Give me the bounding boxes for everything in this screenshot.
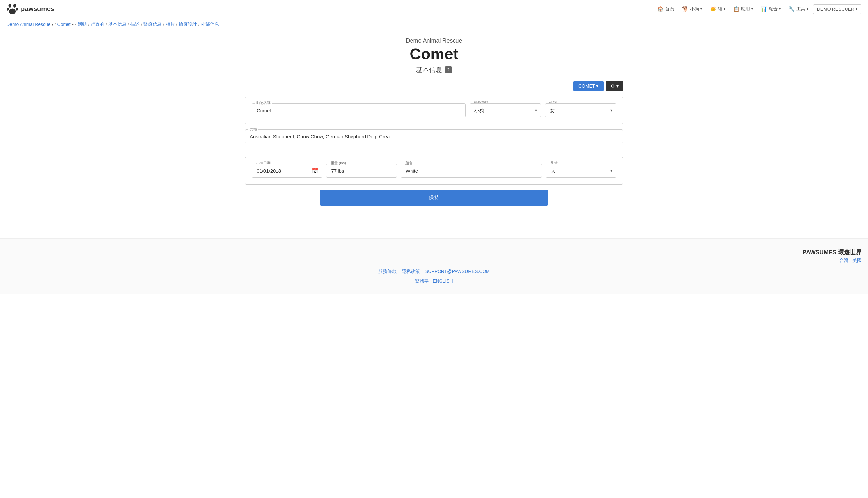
dob-wrapper: 📅 — [252, 164, 322, 178]
nav-home[interactable]: 🏠 首頁 — [654, 4, 678, 14]
breadcrumb-medical[interactable]: 醫療信息 — [144, 22, 162, 27]
footer-privacy[interactable]: 隱私政策 — [402, 269, 420, 275]
breadcrumb-kennel[interactable]: 輪廓設計 — [179, 22, 197, 27]
paw-icon — [6, 3, 18, 15]
footer-language: 繁體字 ENGLISH — [6, 278, 862, 284]
breadcrumb-sep-4: / — [128, 22, 129, 27]
footer-region-taiwan[interactable]: 台灣 — [839, 258, 849, 263]
apps-icon: 📋 — [733, 6, 739, 12]
breadcrumb-dash: - — [75, 22, 77, 27]
footer-regions: 台灣 美國 — [6, 258, 862, 263]
animal-type-select[interactable]: 小狗 貓 — [469, 103, 541, 117]
breadcrumb-basic[interactable]: 基本信息 — [108, 22, 126, 27]
footer-brand: PAWSUMES 環遊世界 — [6, 249, 862, 256]
size-group: 尺寸 大 中 小 ▾ — [546, 164, 616, 178]
section-title: 基本信息 ? — [245, 66, 623, 74]
footer-links: 服務條款 隱私政策 SUPPORT@PAWSUMES.COM — [6, 269, 862, 275]
brand-name: pawsumes — [21, 5, 54, 13]
breed-label: 品種 — [249, 127, 258, 132]
svg-point-4 — [9, 9, 16, 14]
footer-support[interactable]: SUPPORT@PAWSUMES.COM — [425, 269, 490, 275]
org-dropdown-arrow: ▾ — [52, 23, 53, 26]
gender-group: 性別 女 男 ▾ — [545, 103, 616, 117]
action-bar: COMET ▾ ⚙ ▾ — [245, 81, 623, 91]
cats-dropdown-arrow: ▾ — [723, 7, 725, 11]
breadcrumb-activity[interactable]: 活動 — [78, 22, 87, 27]
breadcrumb-org[interactable]: Demo Animal Rescue ▾ — [6, 22, 53, 27]
breadcrumb-desc[interactable]: 描述 — [131, 22, 139, 27]
gear-button[interactable]: ⚙ ▾ — [606, 81, 623, 91]
nav-cats[interactable]: 🐱 貓 ▾ — [707, 4, 729, 14]
details-form: 出生日期 📅 重量 (lbs) 顏色 尺寸 大 — [245, 157, 623, 185]
breadcrumb-comet[interactable]: Comet ▾ — [57, 22, 74, 27]
color-input[interactable] — [401, 164, 542, 178]
svg-point-0 — [9, 3, 11, 8]
breadcrumb-photos[interactable]: 相片 — [166, 22, 175, 27]
org-name: Demo Animal Rescue — [245, 38, 623, 44]
breadcrumb-sep-8: / — [198, 22, 200, 27]
comet-button[interactable]: COMET ▾ — [573, 81, 603, 91]
apps-dropdown-arrow: ▾ — [751, 7, 753, 11]
footer-top: PAWSUMES 環遊世界 台灣 美國 — [6, 249, 862, 263]
breadcrumb-sep-1: / — [55, 22, 56, 27]
breadcrumb-sep-5: / — [141, 22, 142, 27]
footer-region-usa[interactable]: 美國 — [852, 258, 862, 263]
svg-point-3 — [16, 7, 18, 11]
breed-section: 品種 Australian Shepherd, Chow Chow, Germa… — [245, 130, 623, 144]
dob-group: 出生日期 📅 — [252, 164, 322, 178]
basic-info-form: 動物名稱 動物種類 小狗 貓 ▾ 性別 女 — [245, 96, 623, 124]
animal-type-group: 動物種類 小狗 貓 ▾ — [469, 103, 541, 117]
breadcrumb-admin[interactable]: 行政的 — [91, 22, 104, 27]
footer: PAWSUMES 環遊世界 台灣 美國 服務條款 隱私政策 SUPPORT@PA… — [0, 238, 868, 294]
gender-select-wrapper: 女 男 ▾ — [545, 103, 616, 117]
name-type-gender-row: 動物名稱 動物種類 小狗 貓 ▾ 性別 女 — [252, 103, 616, 117]
weight-group: 重量 (lbs) — [326, 164, 397, 178]
nav-dogs[interactable]: 🐕 小狗 ▾ — [679, 4, 705, 14]
breadcrumb-sep-7: / — [176, 22, 177, 27]
cat-icon: 🐱 — [710, 6, 716, 12]
size-select-wrapper: 大 中 小 ▾ — [546, 164, 616, 178]
main-content: Demo Animal Rescue Comet 基本信息 ? COMET ▾ … — [238, 31, 630, 219]
page-header: Demo Animal Rescue Comet 基本信息 ? — [245, 38, 623, 74]
save-button[interactable]: 保持 — [320, 190, 548, 206]
comet-dropdown-arrow: ▾ — [72, 23, 74, 26]
color-group: 顏色 — [401, 164, 542, 178]
tools-icon: 🔧 — [788, 6, 795, 12]
breadcrumb-sep-3: / — [106, 22, 107, 27]
footer-lang-english[interactable]: ENGLISH — [433, 278, 453, 284]
size-select[interactable]: 大 中 小 — [546, 164, 616, 178]
user-dropdown-arrow: ▾ — [856, 7, 857, 11]
animal-name-group: 動物名稱 — [252, 103, 466, 117]
form-divider — [245, 150, 623, 150]
footer-lang-chinese[interactable]: 繁體字 — [415, 278, 429, 284]
navbar: pawsumes 🏠 首頁 🐕 小狗 ▾ 🐱 貓 ▾ 📋 應用 ▾ 📊 報告 ▾… — [0, 0, 868, 18]
footer-terms[interactable]: 服務條款 — [378, 269, 397, 275]
dogs-dropdown-arrow: ▾ — [700, 7, 702, 11]
animal-type-select-wrapper: 小狗 貓 ▾ — [469, 103, 541, 117]
breadcrumb: Demo Animal Rescue ▾ / Comet ▾ - 活動 / 行政… — [0, 18, 868, 31]
breadcrumb-external[interactable]: 外部信息 — [201, 22, 219, 27]
nav-tools[interactable]: 🔧 工具 ▾ — [785, 4, 812, 14]
breed-value[interactable]: Australian Shepherd, Chow Chow, German S… — [250, 134, 618, 139]
nav-menu: 🏠 首頁 🐕 小狗 ▾ 🐱 貓 ▾ 📋 應用 ▾ 📊 報告 ▾ 🔧 工具 ▾ — [654, 4, 862, 14]
breadcrumb-sep-2: / — [88, 22, 89, 27]
nav-apps[interactable]: 📋 應用 ▾ — [730, 4, 756, 14]
details-row: 出生日期 📅 重量 (lbs) 顏色 尺寸 大 — [252, 164, 616, 178]
animal-name: Comet — [245, 45, 623, 63]
reports-icon: 📊 — [761, 6, 767, 12]
dog-icon: 🐕 — [682, 6, 689, 12]
reports-dropdown-arrow: ▾ — [779, 7, 780, 11]
help-icon[interactable]: ? — [445, 66, 452, 74]
animal-name-input[interactable] — [252, 103, 466, 117]
nav-reports[interactable]: 📊 報告 ▾ — [758, 4, 784, 14]
animal-name-label: 動物名稱 — [255, 101, 272, 105]
breadcrumb-sep-6: / — [163, 22, 164, 27]
weight-input[interactable] — [326, 164, 397, 178]
dob-input[interactable] — [252, 164, 322, 178]
user-menu[interactable]: DEMO RESCUER ▾ — [813, 4, 862, 14]
gender-select[interactable]: 女 男 — [545, 103, 616, 117]
color-label: 顏色 — [404, 161, 414, 166]
brand-logo[interactable]: pawsumes — [6, 3, 54, 15]
tools-dropdown-arrow: ▾ — [807, 7, 808, 11]
home-icon: 🏠 — [657, 6, 664, 12]
